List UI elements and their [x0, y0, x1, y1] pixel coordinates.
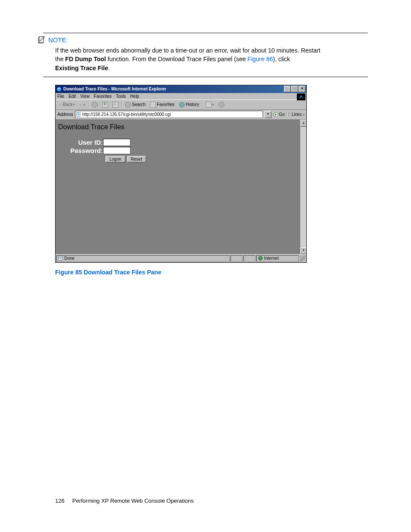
mail-button[interactable]: ▾: [204, 102, 215, 108]
userid-label: User ID:: [58, 139, 103, 146]
menu-favorites[interactable]: Favorites: [94, 94, 112, 99]
menubar: File Edit View Favorites Tools Help: [56, 93, 306, 100]
vertical-scrollbar[interactable]: ▴ ▾: [300, 120, 306, 254]
menu-tools[interactable]: Tools: [116, 94, 126, 99]
note-text-1: If the web browser ends abnormally due t…: [55, 47, 321, 54]
go-icon: [273, 112, 278, 117]
note-bold-2: Existing Trace File: [55, 65, 108, 72]
addressbar: Address http://158.214.135.57/cgi-bin/ut…: [56, 110, 306, 120]
chapter-title: Performing XP Remote Web Console Operati…: [72, 498, 194, 504]
login-form: User ID: Password: Logon Reset: [58, 139, 306, 162]
ie-icon: [56, 87, 62, 92]
note-icon: [38, 36, 46, 44]
scroll-up-button[interactable]: ▴: [300, 120, 306, 127]
titlebar: Download Trace Files - Microsoft Interne…: [56, 85, 306, 93]
logon-button[interactable]: Logon: [106, 156, 125, 162]
content-page-title: Download Trace Files: [56, 120, 306, 131]
zone-pane: Internet: [256, 255, 299, 262]
menu-file[interactable]: File: [57, 94, 64, 99]
page-footer: 126 Performing XP Remote Web Console Ope…: [55, 498, 194, 504]
history-button[interactable]: History: [177, 102, 200, 108]
page-icon: [76, 112, 81, 117]
svg-point-4: [78, 113, 79, 115]
note-link[interactable]: Figure 86: [247, 56, 273, 62]
note-text-2b: function. From the Download Trace Files …: [106, 56, 247, 62]
resize-grip[interactable]: [299, 255, 305, 261]
note-heading: NOTE:: [48, 36, 68, 44]
menu-help[interactable]: Help: [130, 94, 139, 99]
content-area: Download Trace Files User ID: Password: …: [56, 120, 306, 254]
password-label: Password:: [58, 147, 103, 154]
page-icon: [58, 256, 63, 261]
links-toolbar[interactable]: Links »: [289, 112, 305, 117]
go-button[interactable]: Go: [273, 112, 285, 117]
note-text-2c: ), click: [273, 56, 290, 62]
zone-text: Internet: [264, 256, 279, 261]
print-button[interactable]: [217, 102, 226, 108]
refresh-button[interactable]: ↻: [101, 102, 109, 108]
browser-window: Download Trace Files - Microsoft Interne…: [55, 85, 307, 263]
note-text-3end: .: [108, 65, 110, 72]
page-number: 126: [55, 498, 65, 504]
maximize-button[interactable]: □: [291, 86, 298, 92]
menu-edit[interactable]: Edit: [68, 94, 76, 99]
statusbar: Done Internet: [56, 254, 306, 262]
toolbar: ⇦Back ▾ ⇨ ▾ ↻ ⌂ Search Favorites History…: [56, 100, 306, 110]
svg-point-7: [59, 257, 61, 259]
address-label: Address: [57, 112, 73, 117]
home-button[interactable]: ⌂: [111, 102, 120, 108]
scroll-down-button[interactable]: ▾: [300, 247, 306, 254]
menu-view[interactable]: View: [80, 94, 90, 99]
status-empty-1: [230, 255, 243, 262]
note-block: NOTE: If the web browser ends abnormally…: [43, 33, 368, 77]
note-body: If the web browser ends abnormally due t…: [55, 46, 368, 72]
minimize-button[interactable]: _: [284, 86, 291, 92]
userid-input[interactable]: [103, 139, 131, 146]
close-button[interactable]: ✕: [299, 86, 305, 92]
search-button[interactable]: Search: [124, 102, 147, 108]
favorites-button[interactable]: Favorites: [149, 102, 176, 108]
address-dropdown[interactable]: ▾: [265, 111, 271, 118]
status-text: Done: [64, 256, 75, 261]
ie-logo-icon: [297, 93, 305, 100]
figure-caption: Figure 85 Download Trace Files Pane: [55, 269, 368, 276]
status-pane: Done: [56, 255, 230, 262]
back-button[interactable]: ⇦Back ▾: [57, 102, 76, 107]
status-empty-2: [243, 255, 255, 262]
address-input[interactable]: http://158.214.135.57/cgi-bin/utility/st…: [75, 111, 263, 118]
note-text-2a: the: [55, 56, 65, 62]
globe-icon: [258, 256, 263, 261]
address-url: http://158.214.135.57/cgi-bin/utility/st…: [82, 112, 171, 117]
svg-rect-0: [39, 37, 44, 43]
forward-button[interactable]: ⇨ ▾: [78, 102, 87, 107]
stop-button[interactable]: [90, 102, 99, 108]
note-bold-1: FD Dump Tool: [65, 56, 106, 62]
reset-button[interactable]: Reset: [127, 156, 146, 162]
password-input[interactable]: [103, 147, 131, 154]
window-title: Download Trace Files - Microsoft Interne…: [63, 87, 284, 91]
